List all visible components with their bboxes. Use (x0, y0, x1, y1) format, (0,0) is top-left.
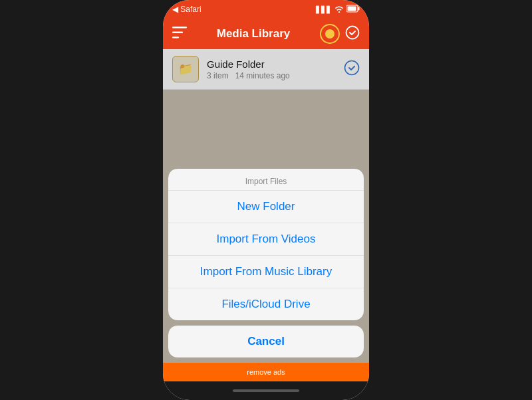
battery-icon (346, 5, 360, 14)
svg-point-6 (346, 26, 358, 39)
new-folder-button[interactable]: New Folder (168, 191, 364, 223)
nav-right-icons (320, 24, 360, 44)
svg-rect-1 (358, 7, 360, 11)
nav-title: Media Library (217, 27, 291, 41)
import-videos-button[interactable]: Import From Videos (168, 223, 364, 255)
ad-text: remove ads (247, 368, 285, 376)
action-sheet-title: Import Files (168, 169, 364, 190)
check-icon[interactable] (345, 25, 360, 43)
status-bar-right: ▋▋▋ (316, 5, 360, 14)
record-button[interactable] (320, 24, 340, 44)
action-sheet-group: Import Files New Folder Import From Vide… (168, 169, 364, 320)
action-sheet-cancel-group: Cancel (168, 326, 364, 357)
nav-bar: Media Library (163, 19, 369, 49)
import-music-button[interactable]: Import From Music Library (168, 256, 364, 288)
status-bar: ◀ Safari ▋▋▋ (163, 0, 369, 19)
home-bar (233, 389, 299, 392)
svg-rect-4 (172, 31, 183, 33)
svg-rect-3 (172, 27, 187, 29)
safari-back-button[interactable]: ◀ Safari (172, 5, 201, 14)
svg-rect-5 (172, 37, 179, 39)
action-sheet: Import Files New Folder Import From Vide… (163, 169, 369, 363)
phone-frame: ◀ Safari ▋▋▋ (163, 0, 369, 400)
signal-icon: ▋▋▋ (316, 6, 332, 13)
svg-rect-2 (348, 7, 356, 11)
home-indicator (163, 381, 369, 400)
ad-strip[interactable]: remove ads (163, 363, 369, 381)
wifi-icon (334, 5, 344, 14)
action-sheet-backdrop: Import Files New Folder Import From Vide… (163, 49, 369, 363)
status-bar-left: ◀ Safari (172, 5, 201, 14)
files-icloud-button[interactable]: Files/iCloud Drive (168, 288, 364, 320)
content-area: 📁 Guide Folder 3 item 14 minutes ago (163, 49, 369, 363)
cancel-button[interactable]: Cancel (168, 326, 364, 357)
sort-icon[interactable] (172, 27, 187, 42)
record-inner (325, 29, 334, 39)
